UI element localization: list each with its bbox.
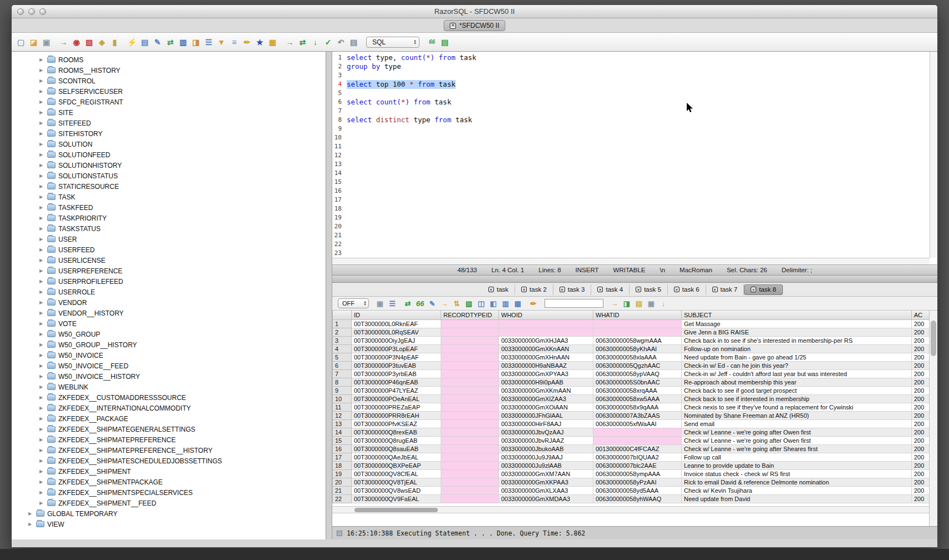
tree-item[interactable]: ▶SITEHISTORY <box>12 128 326 139</box>
tree-item[interactable]: ▶SITE <box>12 107 326 118</box>
close-tab-icon[interactable]: ✕ <box>597 287 603 292</box>
execute-sql-icon[interactable]: → <box>285 37 294 47</box>
table-cell[interactable]: 00T3000000P3yrbEAB <box>352 369 441 378</box>
table-cell[interactable] <box>441 453 499 461</box>
close-tab-icon[interactable]: ✕ <box>449 23 456 29</box>
table-cell[interactable]: 00630000005S0bnAAC <box>593 378 682 386</box>
disclosure-triangle-icon[interactable]: ▶ <box>39 501 44 506</box>
table-cell[interactable]: 00630000005QgzhAAC <box>593 361 682 369</box>
table-cell[interactable]: 006300000058xrqAAA <box>593 386 682 394</box>
tree-item[interactable]: ▶ZKFEDEX__SHIPMENT__FEED <box>12 498 326 508</box>
filter-results-icon[interactable]: ☰ <box>388 299 397 308</box>
table-cell[interactable]: 0033000000GmXLXAA3 <box>499 486 593 494</box>
tree-item[interactable]: ▶USERROLE <box>12 287 326 297</box>
favorites-icon[interactable]: ★ <box>255 37 264 47</box>
form-view-icon[interactable]: ◧ <box>489 299 498 308</box>
tree-item[interactable]: ▶SOLUTIONHISTORY <box>12 160 326 171</box>
tree-item[interactable]: ▶W50_INVOICE__HISTORY <box>12 371 326 382</box>
tree-item[interactable]: ▶SITEFEED <box>12 118 326 128</box>
table-vertical-scrollbar[interactable] <box>929 311 937 526</box>
table-cell[interactable]: 006300000058yPzAAI <box>593 478 682 486</box>
table-cell[interactable]: 00T3000000POeAnEAL <box>352 394 441 403</box>
disclosure-triangle-icon[interactable]: ▶ <box>39 332 44 337</box>
tree-item[interactable]: ▶ZKFEDEX__SHIPMATEPREFERENCE__HISTORY <box>12 445 326 456</box>
tree-item[interactable]: ▶SFDC_REGISTRANT <box>12 97 326 107</box>
horizontal-splitter[interactable] <box>332 276 937 283</box>
table-cell[interactable]: 00T3000000Q8sauEAB <box>352 444 441 453</box>
table-cell[interactable]: 0033000000Ju9J9AAJ <box>499 453 593 461</box>
disclosure-triangle-icon[interactable]: ▶ <box>39 437 44 442</box>
search-input[interactable] <box>545 299 603 308</box>
document-tab[interactable]: ✕ *SFDCW50 II <box>443 20 505 31</box>
fetch-more-icon[interactable]: ↓ <box>659 299 668 308</box>
table-cell[interactable]: Leanne to provide update to Bain <box>682 461 912 469</box>
table-cell[interactable]: 00T3000000OiyJgEAJ <box>352 336 441 344</box>
table-cell[interactable]: Check w/ Kevin Tsujihara <box>682 486 912 494</box>
sql-editor[interactable]: 1select type, count(*) from task2group b… <box>332 52 930 258</box>
tree-item[interactable]: ▶SOLUTIONFEED <box>12 149 326 160</box>
results-script-icon[interactable]: ▤ <box>635 299 643 308</box>
view-results-icon[interactable]: 66 <box>416 299 424 308</box>
table-cell[interactable]: 006300000058xlaAAA <box>593 353 682 361</box>
table-cell[interactable] <box>441 469 499 478</box>
table-cell[interactable]: Need update from Bain - gave go ahead 1/… <box>682 353 912 361</box>
table-cell[interactable]: 00T3000000L0RqSEAV <box>352 328 441 336</box>
editor-vertical-scrollbar[interactable] <box>930 52 937 258</box>
table-cell[interactable]: 006300000058x9qAAA <box>593 403 682 411</box>
tree-item[interactable]: ▶W50_INVOICE__FEED <box>12 361 326 371</box>
edit-table-icon[interactable]: ✎ <box>153 37 162 47</box>
table-cell[interactable]: 00T3000000PREZaEAP <box>352 403 441 411</box>
tree-item[interactable]: ▶STATICRESOURCE <box>12 181 326 192</box>
table-cell[interactable]: 00T3000000QV8TjEAL <box>352 478 441 486</box>
table-cell[interactable] <box>441 353 499 361</box>
table-cell[interactable]: 006300000058ypVAAQ <box>593 369 682 378</box>
table-cell[interactable]: 0033000000Ju9zlAAB <box>499 461 593 469</box>
disclosure-triangle-icon[interactable]: ▶ <box>39 142 44 147</box>
table-cell[interactable]: 00630000007blc2AAE <box>593 461 682 469</box>
column-header[interactable]: SUBJECT <box>682 311 912 319</box>
connect-icon[interactable]: → <box>59 37 68 47</box>
close-button[interactable] <box>17 8 24 15</box>
tree-item[interactable]: ▶GLOBAL TEMPORARY <box>12 508 326 519</box>
table-cell[interactable]: 00630000007bIQUAA2 <box>593 453 682 461</box>
table-cell[interactable]: Check nexis to see if they've found a re… <box>682 403 912 411</box>
table-cell[interactable]: 0033000000GmXHJAA3 <box>499 336 593 344</box>
table-cell[interactable] <box>441 403 499 411</box>
copy-with-headers-icon[interactable]: ▦ <box>513 299 522 308</box>
table-cell[interactable] <box>441 478 499 486</box>
tree-item[interactable]: ▶ZKFEDEX__INTERNATIONALCOMMODITY <box>12 403 326 413</box>
align-list-icon[interactable]: ≡ <box>229 37 239 47</box>
table-cell[interactable]: 006300000058wgmAAA <box>593 336 682 344</box>
disclosure-triangle-icon[interactable]: ▶ <box>39 99 44 104</box>
tree-item[interactable]: ▶ROOMS <box>12 54 326 65</box>
table-cell[interactable]: Rick to email David & reference Delmonte… <box>682 478 912 486</box>
edit-results-icon[interactable]: ✎ <box>428 299 437 308</box>
tree-item[interactable]: ▶ZKFEDEX__CUSTOMADDRESSSOURCE <box>12 392 326 403</box>
results-tab[interactable]: ✕task 8 <box>744 284 783 295</box>
database-browser-icon[interactable]: ▥ <box>178 37 188 47</box>
table-cell[interactable] <box>441 436 499 444</box>
table-cell[interactable]: 00T3000000P46qnEAB <box>352 378 441 386</box>
disclosure-triangle-icon[interactable]: ▶ <box>39 490 44 495</box>
table-cell[interactable] <box>593 436 682 444</box>
table-cell[interactable]: 0033000000GmXMDAA3 <box>499 494 593 503</box>
table-cell[interactable]: Re-approach about membership this year <box>682 378 912 386</box>
table-cell[interactable]: 006300000058yKhAAI <box>593 344 682 353</box>
disconnect-icon[interactable]: ◉ <box>72 37 81 47</box>
disclosure-triangle-icon[interactable]: ▶ <box>39 448 44 453</box>
tree-item[interactable]: ▶USERFEED <box>12 244 326 255</box>
tree-item[interactable]: ▶SOLUTIONSTATUS <box>12 171 326 181</box>
table-cell[interactable] <box>441 394 499 403</box>
column-view-icon[interactable]: ◫ <box>477 299 486 308</box>
disclosure-triangle-icon[interactable]: ▶ <box>39 247 44 252</box>
disclosure-triangle-icon[interactable]: ▶ <box>39 458 44 463</box>
disclosure-triangle-icon[interactable]: ▶ <box>39 194 44 199</box>
disclosure-triangle-icon[interactable]: ▶ <box>39 353 44 358</box>
table-cell[interactable]: 0033000000HirF8AAJ <box>499 419 593 428</box>
insert-row-icon[interactable]: → <box>440 299 449 308</box>
disclosure-triangle-icon[interactable]: ▶ <box>39 163 44 168</box>
table-cell[interactable] <box>441 444 499 453</box>
disclosure-triangle-icon[interactable]: ▶ <box>28 522 33 527</box>
table-cell[interactable]: 00T3000000P47LYEAZ <box>352 386 441 394</box>
disclosure-triangle-icon[interactable]: ▶ <box>39 173 44 178</box>
